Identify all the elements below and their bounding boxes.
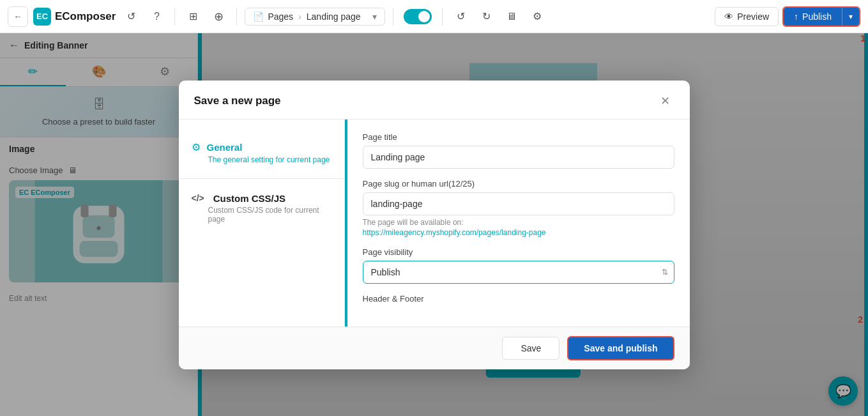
page-slug-input[interactable]	[363, 192, 674, 215]
preview-button[interactable]: 👁 Preview	[715, 7, 779, 26]
publish-button[interactable]: ↑ Publish	[784, 8, 842, 26]
close-icon: ✕	[660, 94, 670, 108]
history-button[interactable]: ↺	[121, 6, 141, 27]
page-slug-label: Page slug or human url(12/25)	[363, 179, 674, 189]
modal-title: Save a new page	[194, 95, 281, 107]
modal-nav-css[interactable]: </> Custom CSS/JS Custom CSS/JS code for…	[179, 184, 344, 233]
toolbar-right: 👁 Preview ↑ Publish ▾	[715, 6, 860, 27]
app-name: EComposer	[55, 10, 116, 23]
undo-icon: ↺	[457, 10, 465, 22]
preview-label: Preview	[737, 12, 769, 22]
publish-dropdown-button[interactable]: ▾	[842, 8, 859, 26]
logo-icon: EC	[33, 8, 51, 26]
modal-body: ⚙ General The general setting for curren…	[179, 119, 690, 327]
slug-hint: The page will be available on:	[363, 218, 674, 227]
back-icon: ←	[13, 12, 22, 21]
main-area: ← Editing Banner ✏ 🎨 ⚙ 🗄 Choose a preset…	[0, 33, 868, 416]
save-and-publish-button[interactable]: Save and publish	[567, 336, 674, 360]
publish-icon: ↑	[794, 12, 798, 22]
publish-button-group: ↑ Publish ▾	[782, 6, 860, 27]
page-visibility-select[interactable]: Publish Hidden	[363, 261, 674, 284]
divider-3	[393, 8, 393, 26]
gear-icon: ⚙	[192, 141, 201, 153]
redo-button[interactable]: ↻	[476, 6, 496, 27]
divider-2	[236, 8, 237, 26]
app-logo: EC EComposer	[33, 8, 116, 26]
modal-content-area: Page title Page slug or human url(12/25)…	[347, 119, 690, 327]
nav-general-desc: The general setting for current page	[208, 155, 331, 164]
pages-label: Pages	[268, 12, 293, 22]
back-button[interactable]: ←	[8, 6, 28, 27]
header-footer-field-group: Header & Footer	[363, 294, 674, 304]
page-file-icon: 📄	[253, 12, 264, 22]
save-button[interactable]: Save	[502, 337, 560, 360]
preview-icon: 👁	[724, 12, 733, 22]
modal-overlay: Save a new page ✕ ⚙ General The general …	[0, 33, 868, 416]
modal-footer: Save Save and publish	[179, 327, 690, 369]
add-element-button[interactable]: ⊕	[208, 6, 229, 27]
help-icon: ?	[154, 11, 160, 22]
monitor-icon: 🖥	[506, 11, 517, 22]
monitor-button[interactable]: 🖥	[501, 6, 522, 27]
redo-icon: ↻	[482, 10, 491, 22]
page-visibility-field-group: Page visibility Publish Hidden	[363, 247, 674, 284]
breadcrumb-separator: ›	[298, 12, 301, 22]
page-slug-field-group: Page slug or human url(12/25) The page w…	[363, 179, 674, 237]
header-footer-label: Header & Footer	[363, 294, 674, 304]
nav-css-title: Custom CSS/JS	[213, 193, 286, 204]
page-breadcrumb[interactable]: 📄 Pages › Landing page ▾	[245, 8, 385, 26]
settings-button[interactable]: ⚙	[527, 6, 547, 27]
publish-label: Publish	[802, 12, 832, 22]
modal-close-button[interactable]: ✕	[657, 92, 674, 110]
nav-item-css-header: </> Custom CSS/JS	[192, 193, 331, 204]
nav-item-general-header: ⚙ General	[192, 141, 331, 153]
modal-nav-sidebar: ⚙ General The general setting for curren…	[179, 119, 345, 327]
modal-header: Save a new page ✕	[179, 81, 690, 119]
page-visibility-label: Page visibility	[363, 247, 674, 257]
chevron-down-icon: ▾	[849, 12, 853, 21]
grid-button[interactable]: ⊞	[183, 6, 203, 27]
nav-css-desc: Custom CSS/JS code for current page	[208, 206, 331, 224]
page-title-label: Page title	[363, 132, 674, 142]
slug-url[interactable]: https://mileagency.myshopify.com/pages/l…	[363, 228, 674, 237]
add-icon: ⊕	[214, 10, 224, 24]
settings-icon: ⚙	[533, 10, 542, 22]
page-title-field-group: Page title	[363, 132, 674, 169]
divider-1	[174, 8, 175, 26]
grid-icon: ⊞	[189, 10, 197, 22]
help-button[interactable]: ?	[146, 6, 167, 27]
toggle-switch[interactable]	[404, 9, 432, 24]
divider-4	[442, 8, 443, 26]
save-new-page-modal: Save a new page ✕ ⚙ General The general …	[179, 81, 690, 369]
nav-divider	[179, 178, 344, 179]
history-icon: ↺	[127, 10, 135, 22]
page-title-input[interactable]	[363, 146, 674, 169]
page-name: Landing page	[307, 12, 361, 22]
code-icon: </>	[192, 193, 204, 203]
undo-button[interactable]: ↺	[450, 6, 471, 27]
modal-nav-general[interactable]: ⚙ General The general setting for curren…	[179, 132, 344, 173]
chevron-down-icon: ▾	[372, 12, 377, 22]
nav-general-title: General	[207, 142, 243, 153]
visibility-select-wrapper: Publish Hidden	[363, 261, 674, 284]
toolbar: ← EC EComposer ↺ ? ⊞ ⊕ 📄 Pages › Landing…	[0, 0, 868, 33]
